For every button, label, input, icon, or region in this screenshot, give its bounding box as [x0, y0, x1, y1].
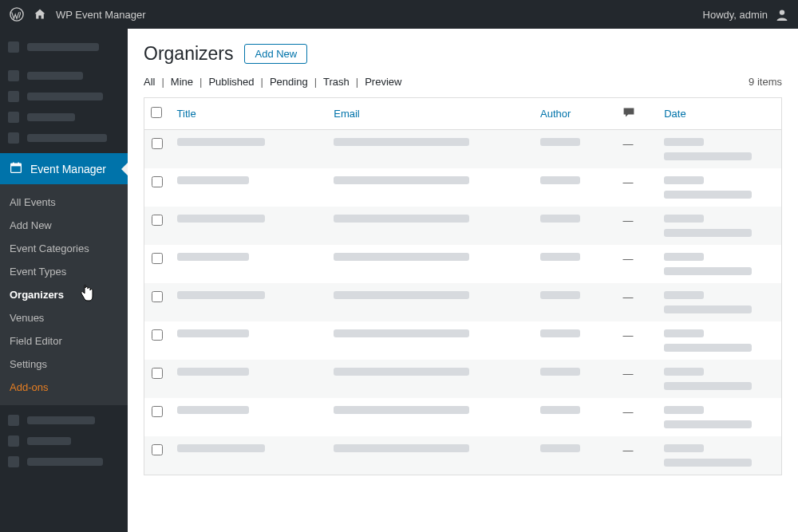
- comment-dash: —: [622, 329, 633, 341]
- comment-dash: —: [622, 406, 633, 418]
- row-checkbox[interactable]: [152, 253, 163, 264]
- calendar-icon: [10, 161, 22, 176]
- table-row: —: [144, 168, 782, 207]
- comment-icon: [622, 109, 635, 121]
- submenu-item-event-categories[interactable]: Event Categories: [0, 237, 128, 260]
- submenu-item-all-events[interactable]: All Events: [0, 191, 128, 214]
- svg-point-1: [780, 10, 784, 14]
- page-title: Organizers: [144, 43, 233, 65]
- author-placeholder: [540, 406, 580, 414]
- date-placeholder: [664, 406, 775, 428]
- title-placeholder: [177, 444, 265, 452]
- date-placeholder: [664, 138, 775, 160]
- author-placeholder: [540, 444, 580, 452]
- author-placeholder: [540, 138, 580, 146]
- submenu-item-add-new[interactable]: Add New: [0, 214, 128, 237]
- col-header-author[interactable]: Author: [534, 98, 616, 130]
- item-count: 9 items: [749, 76, 782, 88]
- title-placeholder: [177, 253, 249, 261]
- table-row: —: [144, 398, 782, 436]
- submenu-item-organizers[interactable]: Organizers: [0, 283, 128, 306]
- table-row: —: [144, 207, 782, 245]
- table-row: —: [144, 360, 782, 398]
- home-icon[interactable]: [34, 8, 46, 21]
- comment-dash: —: [622, 138, 633, 150]
- row-checkbox[interactable]: [152, 291, 163, 302]
- svg-rect-3: [11, 164, 22, 166]
- email-placeholder: [334, 406, 469, 414]
- submenu-item-settings[interactable]: Settings: [0, 353, 128, 376]
- date-placeholder: [664, 368, 775, 390]
- row-checkbox[interactable]: [152, 176, 163, 187]
- author-placeholder: [540, 329, 580, 337]
- filter-all[interactable]: All: [144, 76, 155, 88]
- date-placeholder: [664, 444, 775, 467]
- title-placeholder: [177, 368, 249, 376]
- comment-dash: —: [622, 176, 633, 188]
- email-placeholder: [334, 329, 469, 337]
- title-placeholder: [177, 138, 265, 146]
- table-row: —: [144, 436, 782, 475]
- filter-mine[interactable]: Mine: [171, 76, 193, 88]
- email-placeholder: [334, 368, 469, 376]
- filter-pending[interactable]: Pending: [270, 76, 308, 88]
- col-header-comments[interactable]: [616, 98, 658, 130]
- title-placeholder: [177, 329, 249, 337]
- author-placeholder: [540, 368, 580, 376]
- date-placeholder: [664, 176, 775, 199]
- row-checkbox[interactable]: [152, 444, 163, 455]
- col-header-title[interactable]: Title: [171, 98, 328, 130]
- author-placeholder: [540, 291, 580, 299]
- email-placeholder: [334, 176, 469, 184]
- row-checkbox[interactable]: [152, 406, 163, 417]
- select-all-checkbox[interactable]: [151, 107, 162, 118]
- comment-dash: —: [622, 291, 633, 303]
- row-checkbox[interactable]: [152, 368, 163, 379]
- filter-links: All | Mine | Published | Pending | Trash…: [144, 76, 401, 88]
- submenu-item-event-types[interactable]: Event Types: [0, 260, 128, 283]
- email-placeholder: [334, 253, 469, 261]
- date-placeholder: [664, 329, 775, 352]
- author-placeholder: [540, 253, 580, 261]
- filter-preview[interactable]: Preview: [365, 76, 401, 88]
- wordpress-logo-icon[interactable]: [10, 7, 24, 22]
- site-title[interactable]: WP Event Manager: [56, 9, 145, 21]
- admin-topbar: WP Event Manager Howdy, admin: [0, 0, 798, 29]
- date-placeholder: [664, 253, 775, 275]
- title-placeholder: [177, 215, 265, 223]
- date-placeholder: [664, 291, 775, 313]
- row-checkbox[interactable]: [152, 138, 163, 149]
- submenu-item-add-ons[interactable]: Add-ons: [0, 376, 128, 399]
- main-content: Organizers Add New All | Mine | Publishe…: [128, 29, 798, 532]
- submenu-item-venues[interactable]: Venues: [0, 306, 128, 329]
- admin-sidebar: Event Manager All Events Add New Event C…: [0, 29, 128, 532]
- row-checkbox[interactable]: [152, 215, 163, 226]
- title-placeholder: [177, 291, 265, 299]
- row-checkbox[interactable]: [152, 329, 163, 341]
- filter-trash[interactable]: Trash: [323, 76, 350, 88]
- date-placeholder: [664, 215, 775, 237]
- greeting-text[interactable]: Howdy, admin: [703, 9, 768, 21]
- svg-rect-5: [18, 163, 19, 165]
- email-placeholder: [334, 138, 469, 146]
- email-placeholder: [334, 215, 469, 223]
- comment-dash: —: [622, 368, 633, 380]
- sidebar-item-event-manager[interactable]: Event Manager: [0, 153, 128, 184]
- comment-dash: —: [622, 215, 633, 227]
- organizers-table: Title Email Author Date — —: [144, 97, 782, 475]
- filter-published[interactable]: Published: [208, 76, 254, 88]
- submenu-item-field-editor[interactable]: Field Editor: [0, 329, 128, 353]
- title-placeholder: [177, 406, 249, 414]
- author-placeholder: [540, 176, 580, 184]
- author-placeholder: [540, 215, 580, 223]
- user-avatar-icon[interactable]: [776, 8, 788, 21]
- table-row: —: [144, 321, 782, 360]
- add-new-button[interactable]: Add New: [244, 44, 307, 64]
- col-header-email[interactable]: Email: [327, 98, 534, 130]
- table-row: —: [144, 130, 782, 169]
- sidebar-active-label: Event Manager: [30, 163, 106, 175]
- table-row: —: [144, 245, 782, 283]
- svg-rect-4: [13, 163, 14, 165]
- col-header-date[interactable]: Date: [658, 98, 781, 130]
- email-placeholder: [334, 291, 469, 299]
